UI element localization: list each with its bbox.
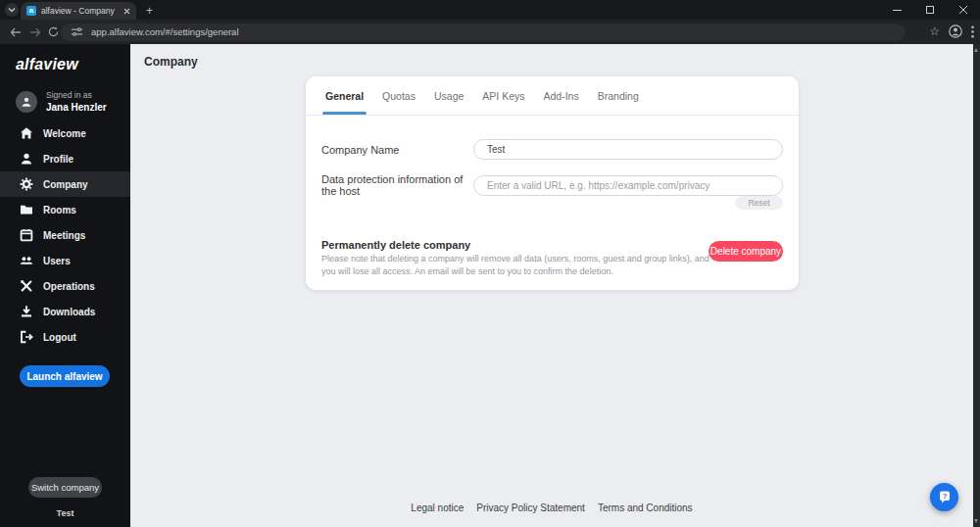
scroll-up-arrow-icon[interactable] [974,48,978,52]
svg-text:?: ? [942,492,947,501]
privacy-url-row: Data protection information of the host [321,173,783,197]
browser-tab[interactable]: a alfaview - Company [21,2,136,20]
reset-button[interactable]: Reset [735,196,783,210]
app-window: alfaview Signed in as Jana Henzler Welco… [0,44,980,527]
sidebar-item-label: Profile [43,154,74,165]
sidebar-item-meetings[interactable]: Meetings [0,222,130,248]
sidebar-item-logout[interactable]: Logout [0,324,130,350]
download-icon [20,305,33,318]
sidebar: alfaview Signed in as Jana Henzler Welco… [0,44,130,527]
settings-tabs: General Quotas Usage API Keys Add-Ins Br… [306,76,799,116]
privacy-policy-link[interactable]: Privacy Policy Statement [476,503,585,513]
sidebar-item-operations[interactable]: Operations [0,273,130,299]
sidebar-item-label: Welcome [43,128,86,139]
sidebar-item-label: Users [43,256,71,266]
delete-section-title: Permanently delete company [321,239,470,251]
switch-company-button[interactable]: Switch company [28,477,102,498]
tab-general[interactable]: General [325,76,364,115]
company-name-label: Company Name [321,144,473,156]
sidebar-item-label: Meetings [43,230,85,241]
privacy-url-label: Data protection information of the host [321,173,473,197]
privacy-url-input[interactable] [473,175,783,196]
home-icon [20,126,33,140]
legal-notice-link[interactable]: Legal notice [411,503,464,513]
sidebar-item-profile[interactable]: Profile [0,146,130,171]
menu-kebab-icon[interactable] [971,25,974,38]
alfaview-logo: alfaview [16,56,78,73]
current-company-label: Test [0,508,130,518]
main-content: Company General Quotas Usage API Keys Ad… [130,44,973,527]
url-text: app.alfaview.com/#/settings/general [91,26,239,37]
company-name-input[interactable] [473,139,783,160]
new-tab-button[interactable]: + [143,4,156,17]
sidebar-item-company[interactable]: Company [0,171,130,197]
minimize-button[interactable] [880,0,913,20]
sidebar-item-label: Operations [43,281,95,292]
folder-icon [20,203,33,216]
back-button[interactable] [7,24,24,40]
user-name: Jana Henzler [46,102,107,113]
sidebar-item-downloads[interactable]: Downloads [0,299,130,324]
terms-conditions-link[interactable]: Terms and Conditions [598,503,693,513]
sidebar-item-label: Rooms [43,205,76,216]
company-name-row: Company Name [321,139,783,160]
footer-links: Legal notice Privacy Policy Statement Te… [130,503,973,513]
scroll-down-arrow-icon[interactable] [974,519,978,523]
tab-quotas[interactable]: Quotas [382,76,416,115]
logout-icon [20,330,33,344]
forward-button[interactable] [26,24,43,40]
calendar-icon [20,228,33,242]
launch-alfaview-button[interactable]: Launch alfaview [20,365,110,387]
sidebar-item-users[interactable]: Users [0,248,130,273]
window-controls [880,0,980,20]
page-scrollbar[interactable] [973,44,980,527]
site-settings-icon[interactable] [71,25,83,38]
help-chat-icon: ? [938,490,952,504]
tab-api-keys[interactable]: API Keys [482,76,524,115]
sidebar-item-label: Company [43,179,88,190]
settings-card: General Quotas Usage API Keys Add-Ins Br… [306,76,799,290]
sidebar-item-rooms[interactable]: Rooms [0,197,130,222]
reload-button[interactable] [45,24,62,40]
maximize-button[interactable] [913,0,947,20]
tab-search-button[interactable] [5,3,19,17]
sidebar-nav: Welcome Profile Company Rooms Meetings U… [0,120,130,350]
tab-title: alfaview - Company [41,6,120,16]
browser-toolbar: app.alfaview.com/#/settings/general ☆ [0,20,980,44]
gear-icon [20,177,33,191]
close-button[interactable] [947,0,980,20]
chevron-down-icon [8,6,16,14]
users-group-icon [20,254,33,267]
page-title: Company [144,55,198,69]
tab-branding[interactable]: Branding [598,76,639,115]
account-info: Signed in as Jana Henzler [16,90,107,113]
tools-crossed-icon [20,279,33,293]
help-fab-button[interactable]: ? [930,483,958,511]
toolbar-right: ☆ [929,23,974,40]
sidebar-item-label: Logout [43,332,76,343]
sidebar-item-label: Downloads [43,307,95,317]
tab-usage[interactable]: Usage [434,76,464,115]
address-bar[interactable]: app.alfaview.com/#/settings/general [61,24,906,41]
tab-close-icon[interactable] [123,8,130,15]
person-icon [20,152,33,166]
delete-company-button[interactable]: Delete company [709,241,783,262]
delete-section-description: Please note that deleting a company will… [321,253,711,277]
browser-tabstrip: a alfaview - Company + [0,0,980,20]
user-avatar [16,91,37,113]
tab-add-ins[interactable]: Add-Ins [544,76,579,115]
bookmark-star-icon[interactable]: ☆ [929,24,940,38]
person-icon [21,96,32,108]
profile-avatar-icon[interactable] [949,24,962,38]
signed-in-as-label: Signed in as [46,90,107,100]
sidebar-item-welcome[interactable]: Welcome [0,120,130,146]
alfaview-favicon: a [26,6,36,16]
